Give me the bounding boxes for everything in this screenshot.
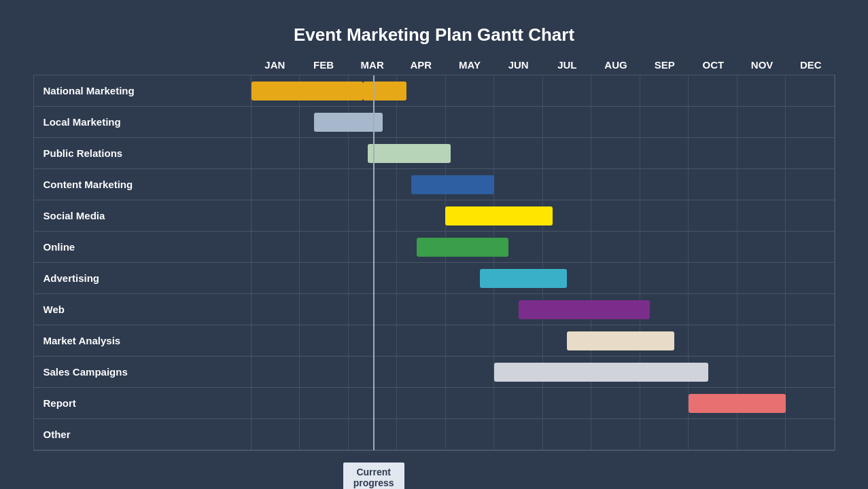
grid-col-4 xyxy=(446,169,495,200)
month-header-jan: JAN xyxy=(251,55,300,75)
grid-col-9 xyxy=(689,169,737,200)
grid-col-5 xyxy=(494,107,543,137)
month-header-aug: AUG xyxy=(591,55,640,75)
grid-col-3 xyxy=(397,325,446,356)
grid-col-11 xyxy=(786,263,835,293)
grid-col-10 xyxy=(737,169,786,200)
grid-col-0 xyxy=(251,357,300,387)
grid-col-8 xyxy=(640,294,689,325)
row-grid xyxy=(251,388,835,418)
row-label-spacer xyxy=(33,55,251,75)
grid-col-11 xyxy=(786,200,835,231)
row-grid xyxy=(251,75,835,106)
row-grid xyxy=(251,138,835,168)
grid-col-10 xyxy=(737,263,786,293)
row-label-online: Online xyxy=(34,232,251,262)
row-label-social-media: Social Media xyxy=(34,200,251,231)
grid-col-9 xyxy=(689,200,737,231)
grid-col-6 xyxy=(543,419,592,450)
grid-col-1 xyxy=(300,75,349,106)
grid-col-1 xyxy=(300,138,349,168)
grid-col-10 xyxy=(737,200,786,231)
grid-col-5 xyxy=(494,232,543,262)
current-progress-label: Current progress xyxy=(343,463,404,489)
grid-col-0 xyxy=(251,200,300,231)
row-grid xyxy=(251,419,835,450)
grid-col-8 xyxy=(640,263,689,293)
gantt-row: Market Analysis xyxy=(34,325,835,357)
grid-col-0 xyxy=(251,107,300,137)
grid-col-7 xyxy=(591,263,640,293)
month-header-mar: MAR xyxy=(348,55,397,75)
grid-col-9 xyxy=(689,419,737,450)
grid-col-3 xyxy=(397,107,446,137)
grid-col-5 xyxy=(494,169,543,200)
grid-col-7 xyxy=(591,419,640,450)
grid-col-7 xyxy=(591,169,640,200)
grid-col-6 xyxy=(543,232,592,262)
grid-col-7 xyxy=(591,232,640,262)
grid-col-6 xyxy=(543,138,592,168)
row-grid xyxy=(251,357,835,387)
month-header-oct: OCT xyxy=(689,55,738,75)
row-grid xyxy=(251,294,835,325)
grid-col-1 xyxy=(300,107,349,137)
grid-col-11 xyxy=(786,294,835,325)
row-label-local-marketing: Local Marketing xyxy=(34,107,251,137)
grid-col-6 xyxy=(543,388,592,418)
grid-col-0 xyxy=(251,294,300,325)
gantt-row: National Marketing xyxy=(34,75,835,107)
grid-col-5 xyxy=(494,294,543,325)
grid-col-7 xyxy=(591,75,640,106)
grid-col-1 xyxy=(300,419,349,450)
grid-col-0 xyxy=(251,232,300,262)
grid-col-6 xyxy=(543,75,592,106)
grid-col-5 xyxy=(494,200,543,231)
grid-col-4 xyxy=(446,388,495,418)
grid-col-10 xyxy=(737,232,786,262)
gantt-wrapper: JANFEBMARAPRMAYJUNJULAUGSEPOCTNOVDEC Nat… xyxy=(33,55,835,451)
row-grid xyxy=(251,325,835,356)
grid-col-1 xyxy=(300,263,349,293)
row-label-other: Other xyxy=(34,419,251,450)
grid-col-11 xyxy=(786,138,835,168)
gantt-body: National MarketingLocal MarketingPublic … xyxy=(33,75,835,451)
grid-col-11 xyxy=(786,357,835,387)
month-header-may: MAY xyxy=(445,55,494,75)
grid-col-6 xyxy=(543,107,592,137)
chart-title: Event Marketing Plan Gantt Chart xyxy=(33,24,835,46)
grid-col-8 xyxy=(640,107,689,137)
grid-col-4 xyxy=(446,200,495,231)
grid-col-1 xyxy=(300,294,349,325)
current-progress-line: Current progress xyxy=(373,75,375,450)
grid-col-0 xyxy=(251,419,300,450)
grid-col-1 xyxy=(300,388,349,418)
grid-col-6 xyxy=(543,169,592,200)
gantt-row: Advertising xyxy=(34,263,835,294)
grid-col-3 xyxy=(397,419,446,450)
grid-col-9 xyxy=(689,107,737,137)
grid-col-0 xyxy=(251,75,300,106)
grid-col-5 xyxy=(494,138,543,168)
gantt-row: Local Marketing xyxy=(34,107,835,138)
grid-col-11 xyxy=(786,75,835,106)
grid-col-8 xyxy=(640,232,689,262)
grid-col-4 xyxy=(446,419,495,450)
grid-col-4 xyxy=(446,263,495,293)
grid-col-3 xyxy=(397,263,446,293)
grid-col-7 xyxy=(591,325,640,356)
gantt-row: Content Marketing xyxy=(34,169,835,200)
grid-col-1 xyxy=(300,232,349,262)
gantt-row: Public Relations xyxy=(34,138,835,169)
grid-col-3 xyxy=(397,200,446,231)
grid-col-3 xyxy=(397,294,446,325)
grid-col-5 xyxy=(494,388,543,418)
row-label-report: Report xyxy=(34,388,251,418)
grid-col-7 xyxy=(591,388,640,418)
grid-col-3 xyxy=(397,232,446,262)
grid-col-3 xyxy=(397,138,446,168)
grid-col-1 xyxy=(300,325,349,356)
row-label-national-marketing: National Marketing xyxy=(34,75,251,106)
grid-col-10 xyxy=(737,388,786,418)
grid-col-7 xyxy=(591,138,640,168)
